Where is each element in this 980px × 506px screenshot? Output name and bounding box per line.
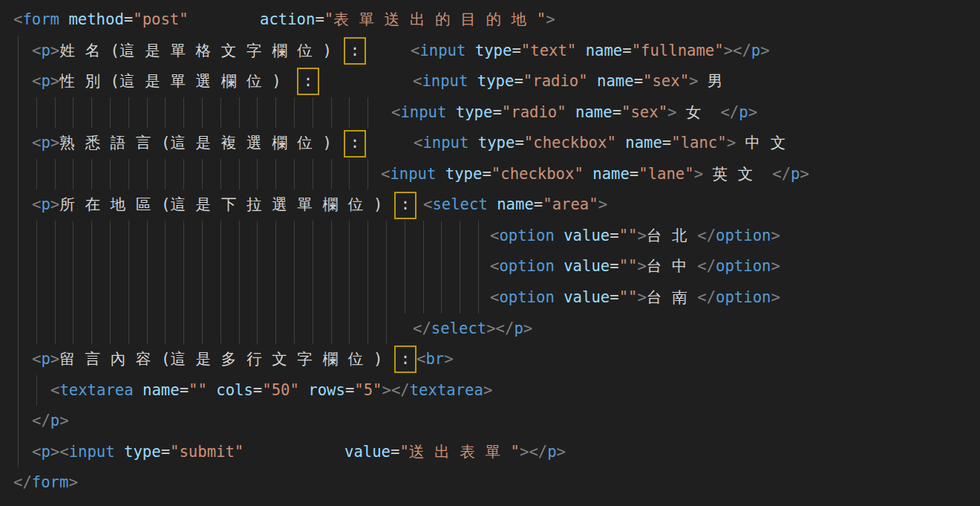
punctuation: < <box>13 4 22 36</box>
attribute-name: value <box>564 282 610 314</box>
indent-guide <box>275 159 276 190</box>
indent-guide <box>294 97 295 129</box>
attribute-value: "lanc" <box>671 128 726 159</box>
indent-guide <box>368 97 368 129</box>
attribute-value: "text" <box>521 36 576 67</box>
indent-guide <box>331 159 332 190</box>
code-text: ) <box>272 66 281 97</box>
unicode-highlight-box: : <box>344 130 366 158</box>
code-line-7: <p>所在地區(這是下拉選單欄位):<select name="area"> <box>0 189 980 221</box>
code-text: = <box>622 36 631 67</box>
code-text <box>588 66 597 97</box>
code-chunk: <input type="radio" name="sex"> 女 </p> <box>391 97 757 129</box>
attribute-value: "" <box>619 282 638 314</box>
indent-guide <box>331 314 332 345</box>
tag-name: select <box>432 189 487 221</box>
tag-name: input <box>390 159 436 190</box>
punctuation: > <box>760 36 769 67</box>
indent-guide <box>386 282 387 314</box>
code-text <box>736 128 745 159</box>
punctuation: < <box>414 128 422 159</box>
code-text <box>555 282 564 314</box>
indent-guide <box>183 97 184 129</box>
indent-guide <box>18 189 19 221</box>
indent-guide <box>386 221 387 252</box>
code-text: = <box>492 97 501 129</box>
punctuation: > <box>598 189 607 221</box>
punctuation: ></ <box>520 437 547 468</box>
code-text <box>468 66 477 97</box>
code-line-1: <form method="post"action="表單送出的目的地"> <box>0 4 980 36</box>
attribute-value: "sex" <box>621 97 667 129</box>
indent-guide <box>275 282 276 314</box>
indent-guide <box>313 221 313 252</box>
text-content-cjk: 英文 <box>712 159 762 190</box>
attribute-name: name <box>586 36 623 67</box>
punctuation: > <box>637 221 646 252</box>
indent-guide <box>18 66 19 97</box>
tag-name: p <box>547 437 556 468</box>
code-chunk: : <box>344 128 366 159</box>
code-line-10: <option value="">台南</option> <box>0 282 980 314</box>
attribute-value: "submit" <box>170 437 244 468</box>
indent-guide <box>220 282 221 314</box>
code-text: ( <box>161 189 170 221</box>
indent-guide <box>349 314 350 345</box>
indent-guide <box>331 221 332 252</box>
unicode-highlight-box: : <box>394 346 416 373</box>
attribute-value: " <box>324 4 333 36</box>
indent-guide <box>220 221 221 252</box>
indent-guide <box>257 221 258 252</box>
punctuation: > <box>59 406 68 437</box>
tag-name: p <box>41 344 50 375</box>
indent-guide <box>73 97 74 129</box>
attribute-name: method <box>68 4 123 36</box>
indent-guide <box>368 282 368 314</box>
code-editor[interactable]: <form method="post"action="表單送出的目的地"><p>… <box>0 0 980 506</box>
code-text <box>566 97 575 129</box>
code-text: ) <box>323 128 332 159</box>
tag-name: p <box>41 66 50 97</box>
indent-guide <box>73 221 74 252</box>
text-content-cjk: 台南 <box>647 282 697 314</box>
indent-guide <box>239 282 240 314</box>
attribute-name: name <box>143 375 180 406</box>
tag-name: p <box>739 97 748 129</box>
punctuation: > <box>800 159 808 190</box>
indent-guide <box>165 282 166 314</box>
attribute-value: "fullname" <box>632 36 724 67</box>
tag-name: option <box>499 282 554 314</box>
indent-guide <box>55 282 56 314</box>
indent-guide <box>128 282 129 314</box>
indent-guide <box>294 314 295 345</box>
indent-guide <box>147 251 148 282</box>
punctuation: </ <box>772 159 791 190</box>
code-line-4: <input type="radio" name="sex"> 女 </p> <box>0 97 980 129</box>
code-line-15: <p><input type="submit"value="送出表單"></p> <box>0 437 980 468</box>
indent-guide <box>36 314 37 345</box>
attribute-value-cjk: 送出表單 <box>409 437 511 468</box>
punctuation: < <box>32 344 41 375</box>
attribute-name: value <box>344 437 391 468</box>
code-chunk: <option value="">台南</option> <box>490 282 780 314</box>
text-content-cjk: 這是單選欄位 <box>120 66 272 97</box>
code-text: = <box>161 437 170 468</box>
indent-guide <box>36 97 37 129</box>
code-chunk: <input type="radio" name="sex"> 男 <box>413 66 733 97</box>
indent-guide <box>386 314 387 345</box>
indent-guide <box>128 97 129 129</box>
indent-guide <box>91 221 92 252</box>
punctuation: < <box>32 437 41 468</box>
text-content-cjk: 性別 <box>59 66 110 97</box>
code-text: = <box>534 189 543 221</box>
indent-guide <box>239 221 240 252</box>
indent-guide <box>183 251 184 282</box>
text-content-cjk: 台北 <box>647 221 697 252</box>
indent-guide <box>275 221 276 252</box>
indent-guide <box>202 314 203 345</box>
code-text: = <box>662 128 671 159</box>
punctuation: > <box>50 128 59 159</box>
indent-guide <box>18 97 19 129</box>
indent-guide <box>257 314 258 345</box>
indent-guide <box>147 221 148 252</box>
